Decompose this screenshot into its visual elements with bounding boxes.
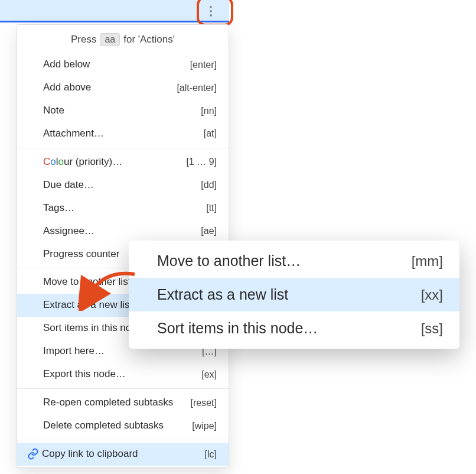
- menu-item-shortcut: [at]: [204, 127, 217, 140]
- hint-pre: Press: [71, 34, 96, 46]
- menu-item[interactable]: Add below[enter]: [17, 53, 229, 76]
- menu-item-shortcut: [ex]: [201, 368, 217, 381]
- menu-item-shortcut: [ae]: [201, 225, 217, 238]
- menu-item-label: Attachment…: [43, 127, 104, 141]
- menu-item[interactable]: Colour (priority)…[1 … 9]: [17, 151, 229, 174]
- menu-item[interactable]: Assignee…[ae]: [17, 220, 229, 243]
- zoom-popover: Move to another list…[mm]Extract as a ne…: [129, 241, 459, 349]
- menu-item-label: Tags…: [43, 202, 74, 215]
- menu-item[interactable]: Delete completed subtasks[wipe]: [17, 414, 229, 437]
- menu-item-label: Export this node…: [43, 368, 126, 381]
- menu-separator: [17, 440, 229, 440]
- menu-item-shortcut: [dd]: [201, 178, 217, 191]
- zoom-item[interactable]: Move to another list…[mm]: [129, 244, 459, 278]
- menu-item-label: Delete completed subtasks: [43, 419, 164, 433]
- zoom-item[interactable]: Sort items in this node…[ss]: [129, 311, 459, 345]
- menu-separator: [17, 388, 229, 389]
- menu-item-shortcut: [1 … 9]: [186, 155, 217, 168]
- hint-post: for 'Actions': [123, 34, 175, 46]
- zoom-item-label: Sort items in this node…: [157, 320, 318, 337]
- zoom-item-shortcut: [ss]: [421, 320, 443, 337]
- menu-item[interactable]: Add above[alt-enter]: [17, 76, 229, 99]
- actions-button[interactable]: [200, 0, 222, 22]
- menu-item[interactable]: Tags…[tt]: [17, 197, 229, 220]
- zoom-item-shortcut: [xx]: [421, 287, 443, 303]
- menu-item-label: Add above: [43, 81, 91, 95]
- menu-item-shortcut: [tt]: [206, 202, 217, 215]
- menu-item-label: Import here…: [43, 345, 105, 358]
- menu-item[interactable]: Attachment…[at]: [17, 122, 229, 145]
- menu-item-label: Note: [43, 104, 64, 118]
- menu-item-label: Extract as a new list: [43, 298, 132, 312]
- menu-item-label: Due date…: [43, 178, 94, 192]
- selected-task-row[interactable]: [0, 0, 229, 22]
- menu-item-label: Re-open completed subtasks: [43, 396, 173, 410]
- menu-item[interactable]: Copy link to clipboard[lc]: [17, 443, 229, 466]
- menu-item-label: Copy link to clipboard: [42, 447, 138, 461]
- menu-item-shortcut: [enter]: [190, 59, 217, 72]
- menu-item-label: Assignee…: [43, 225, 94, 238]
- zoom-item-label: Extract as a new list: [157, 286, 288, 303]
- menu-item-shortcut: [lc]: [205, 448, 217, 461]
- menu-item-shortcut: [nn]: [201, 105, 217, 118]
- menu-item-label: Add below: [43, 58, 90, 72]
- menu-item-label: Colour (priority)…: [43, 155, 122, 169]
- menu-item[interactable]: Re-open completed subtasks[reset]: [17, 391, 229, 414]
- menu-item[interactable]: Due date…[dd]: [17, 174, 229, 197]
- menu-hint: Press aa for 'Actions': [17, 25, 229, 53]
- menu-item-label: Move to another list…: [43, 275, 141, 289]
- menu-item-shortcut: [reset]: [191, 397, 217, 410]
- menu-item[interactable]: Note[nn]: [17, 99, 229, 122]
- hint-key: aa: [100, 33, 120, 46]
- menu-item[interactable]: Export this node…[ex]: [17, 363, 229, 386]
- zoom-item-label: Move to another list…: [157, 252, 301, 270]
- menu-separator: [17, 148, 229, 148]
- link-icon: [27, 448, 40, 460]
- zoom-item-shortcut: [mm]: [412, 253, 443, 270]
- menu-item-shortcut: [alt-enter]: [177, 82, 217, 95]
- menu-item-shortcut: [wipe]: [192, 420, 217, 433]
- zoom-item[interactable]: Extract as a new list[xx]: [129, 278, 459, 311]
- vertical-dots-icon: [210, 6, 212, 17]
- menu-item-label: Progress counter: [43, 248, 119, 261]
